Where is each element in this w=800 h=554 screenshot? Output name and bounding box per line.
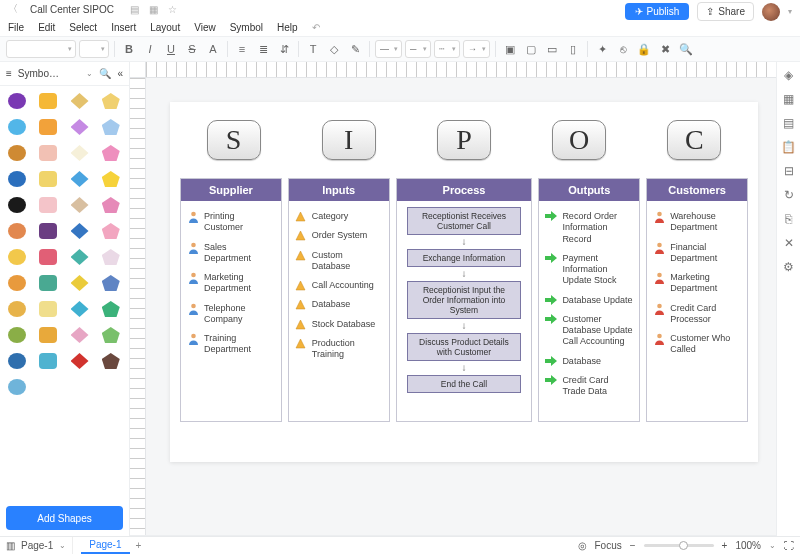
shape-swatch[interactable] [4,90,30,112]
menu-file[interactable]: File [8,22,24,33]
inputs-item[interactable]: Category [293,207,385,226]
shape-swatch[interactable] [67,246,93,268]
line-style-select[interactable]: — [375,40,402,58]
shape-swatch[interactable] [35,298,61,320]
add-page-button[interactable]: + [130,540,148,551]
italic-button[interactable]: I [141,40,159,58]
outputs-item[interactable]: Payment Information Update Stock [543,249,635,291]
customers-item[interactable]: Customer Who Called [651,329,743,360]
process-step[interactable]: Receptionist Receives Customer Call [407,207,522,235]
supplier-item[interactable]: Training Department [185,329,277,360]
shape-swatch[interactable] [67,142,93,164]
link-button[interactable]: ⎋ [614,40,632,58]
shape-swatch[interactable] [35,246,61,268]
process-step[interactable]: Discuss Product Details with Customer [407,333,522,361]
customers-item[interactable]: Marketing Department [651,268,743,299]
shape-swatch[interactable] [4,116,30,138]
fill-color-button[interactable]: ◇ [325,40,343,58]
shape-swatch[interactable] [4,168,30,190]
font-color-button[interactable]: A [204,40,222,58]
arrow-end-select[interactable]: → [463,40,490,58]
customers-item[interactable]: Warehouse Department [651,207,743,238]
shuffle-icon[interactable]: ✕ [784,236,794,250]
shape-swatch[interactable] [98,168,124,190]
menu-insert[interactable]: Insert [111,22,136,33]
fullscreen-icon[interactable]: ⛶ [784,540,794,551]
column-inputs[interactable]: Inputs CategoryOrder SystemCustom Databa… [288,178,390,422]
line-color-button[interactable]: ✎ [346,40,364,58]
ungroup-button[interactable]: ▢ [522,40,540,58]
shape-swatch[interactable] [67,350,93,372]
bold-button[interactable]: B [120,40,138,58]
pages-panel-icon[interactable]: ▥ [6,540,15,551]
sipoc-letter-p[interactable]: P [437,120,491,160]
sipoc-letter-o[interactable]: O [552,120,606,160]
star-icon[interactable]: ☆ [168,4,177,15]
collapse-panel-icon[interactable]: « [117,68,123,79]
undo-icon[interactable]: ↶ [312,22,320,33]
inputs-item[interactable]: Custom Database [293,246,385,277]
font-size-select[interactable] [79,40,109,58]
shape-swatch[interactable] [98,142,124,164]
avatar[interactable] [762,3,780,21]
supplier-item[interactable]: Telephone Company [185,299,277,330]
customers-item[interactable]: Credit Card Processor [651,299,743,330]
shape-swatch[interactable] [67,324,93,346]
zoom-slider[interactable] [644,544,714,547]
diagram-page[interactable]: S I P O C Supplier Printing CustomerSale… [170,102,758,462]
column-process[interactable]: Process Receptionist Receives Customer C… [396,178,533,422]
inputs-item[interactable]: Stock Database [293,315,385,334]
inputs-item[interactable]: Call Accounting [293,276,385,295]
save-icon[interactable]: ▤ [130,4,139,15]
menu-select[interactable]: Select [69,22,97,33]
shape-swatch[interactable] [4,220,30,242]
shape-swatch[interactable] [35,90,61,112]
shape-swatch[interactable] [4,272,30,294]
zoom-in-button[interactable]: + [722,540,728,551]
layers-icon[interactable]: ▤ [783,116,794,130]
zoom-chevron-icon[interactable]: ⌄ [769,541,776,550]
shape-swatch[interactable] [35,324,61,346]
align-button[interactable]: ≣ [254,40,272,58]
outputs-item[interactable]: Database Update [543,291,635,310]
distribute-button[interactable]: ▯ [564,40,582,58]
inputs-item[interactable]: Production Training [293,334,385,365]
shape-swatch[interactable] [4,246,30,268]
shape-swatch[interactable] [35,194,61,216]
shape-swatch[interactable] [4,142,30,164]
menu-help[interactable]: Help [277,22,298,33]
grid-toggle-icon[interactable]: ▦ [149,4,158,15]
shape-swatch[interactable] [98,298,124,320]
column-supplier[interactable]: Supplier Printing CustomerSales Departme… [180,178,282,422]
attachment-icon[interactable]: ⎘ [785,212,792,226]
shape-swatch[interactable] [98,116,124,138]
effects-button[interactable]: ✦ [593,40,611,58]
line-weight-select[interactable]: ─ [405,40,431,58]
diamond-tool-icon[interactable]: ◈ [784,68,793,82]
menu-edit[interactable]: Edit [38,22,55,33]
sipoc-letter-c[interactable]: C [667,120,721,160]
customers-item[interactable]: Financial Department [651,238,743,269]
underline-button[interactable]: U [162,40,180,58]
bullets-button[interactable]: ≡ [233,40,251,58]
shape-swatch[interactable] [35,142,61,164]
page-select-chevron-icon[interactable]: ⌄ [59,541,66,550]
chevron-down-icon[interactable]: ⌄ [86,69,93,78]
shape-swatch[interactable] [4,350,30,372]
spacing-button[interactable]: ⇵ [275,40,293,58]
comment-icon[interactable]: ⊟ [784,164,794,178]
search-toolbar-button[interactable]: 🔍 [677,40,695,58]
shape-swatch[interactable] [98,220,124,242]
page-select[interactable]: Page-1 [21,540,53,551]
focus-icon[interactable]: ◎ [578,540,587,551]
shape-swatch[interactable] [98,324,124,346]
inputs-item[interactable]: Database [293,295,385,314]
share-button[interactable]: ⇪Share [697,2,754,21]
inputs-item[interactable]: Order System [293,226,385,245]
outputs-item[interactable]: Database [543,352,635,371]
shape-swatch[interactable] [67,194,93,216]
zoom-value[interactable]: 100% [735,540,761,551]
outputs-item[interactable]: Record Order Information Record [543,207,635,249]
settings-icon[interactable]: ⚙ [783,260,794,274]
shape-swatch[interactable] [4,324,30,346]
